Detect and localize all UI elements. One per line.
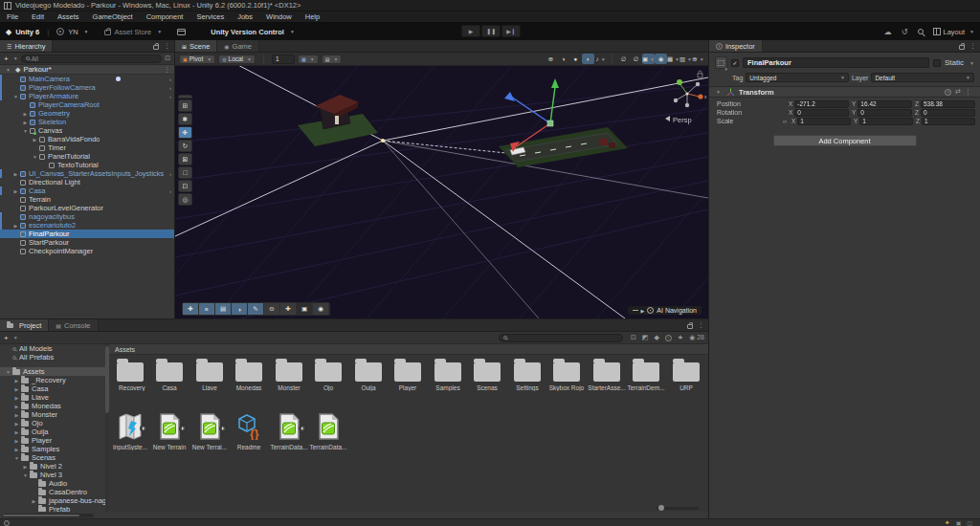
expand-arrow-icon[interactable]: ▶	[641, 308, 645, 314]
tree-item[interactable]: ▶Player	[0, 436, 105, 445]
expand-arrow-icon[interactable]: ▶	[31, 137, 39, 142]
scene-camera-icon[interactable]: ▣▼	[642, 54, 655, 64]
activity-indicator-icon[interactable]: ✦	[945, 519, 950, 526]
rotation-y-field[interactable]: 0	[858, 109, 912, 117]
archive-icon[interactable]	[177, 29, 186, 35]
menu-component[interactable]: Component	[140, 12, 190, 21]
hierarchy-item[interactable]: ▼Canvas	[0, 126, 174, 135]
hierarchy-item-selected[interactable]: FinalParkour	[0, 230, 174, 238]
search-filter-icon[interactable]: ⊡	[165, 55, 170, 62]
collab-status-icon[interactable]: ◫	[967, 519, 972, 526]
scene-visibility-icon[interactable]: ◉	[655, 54, 667, 64]
hierarchy-item[interactable]: Terrain	[0, 195, 174, 204]
handle-rotation-dropdown[interactable]: ◍Local▼	[218, 55, 256, 64]
prefab-chevron-icon[interactable]: ›	[169, 188, 171, 194]
expand-arrow-icon[interactable]: ▼	[12, 455, 21, 461]
hierarchy-item[interactable]: ParkourLevelGenerator	[0, 204, 174, 212]
expand-arrow-icon[interactable]: ▶	[21, 111, 30, 117]
grid-snap-dropdown[interactable]: ▦▼	[298, 55, 319, 64]
collapse-handle[interactable]	[633, 310, 638, 311]
move-tool-icon[interactable]: ✚	[178, 126, 192, 139]
tree-item[interactable]: ▶Ojo	[0, 419, 105, 427]
hierarchy-search-input[interactable]: All	[21, 55, 163, 63]
console-message-icon[interactable]: !	[4, 520, 10, 526]
icon-size-slider[interactable]	[657, 507, 699, 510]
tree-horizontal-scrollbar[interactable]	[2, 514, 94, 517]
create-caret-icon[interactable]: ▼	[13, 335, 18, 340]
2d-mode-icon[interactable]: ◑	[557, 54, 569, 64]
prefab-chevron-icon[interactable]: ›	[169, 85, 171, 91]
account-label[interactable]: YN	[68, 28, 78, 36]
search-by-label-icon[interactable]: ◩	[642, 334, 649, 341]
tree-item-assets[interactable]: ▼Assets	[0, 367, 105, 376]
tag-dropdown[interactable]: Untagged▼	[746, 73, 849, 82]
brush-icon[interactable]: ✎	[248, 303, 264, 315]
camera-icon[interactable]: ▤	[215, 303, 232, 315]
expand-arrow-icon[interactable]: ▶	[12, 429, 21, 435]
kebab-menu-icon[interactable]: ⋮	[698, 321, 704, 329]
expand-arrow-icon[interactable]: ▶	[11, 171, 20, 177]
account-icon[interactable]	[56, 28, 64, 35]
hierarchy-item[interactable]: ▶escenariotuto2	[0, 221, 174, 230]
globe-icon[interactable]: ◉	[313, 303, 329, 315]
tree-item[interactable]: ▶_Recovery	[0, 376, 105, 384]
hierarchy-item[interactable]: StartParkour	[0, 238, 174, 247]
menu-assets[interactable]: Assets	[51, 12, 86, 21]
hierarchy-item[interactable]: PlayerCameraRoot	[0, 100, 174, 109]
lighting-off-icon[interactable]: ●	[569, 54, 582, 64]
scale-tool-icon[interactable]: ⊠	[178, 153, 192, 165]
transform-component-header[interactable]: ▼ Transform ? ⇄ ⋮	[709, 86, 980, 98]
version-control-caret-icon[interactable]: ▼	[290, 29, 295, 34]
expand-arrow-icon[interactable]: ▶	[11, 188, 20, 194]
tab-game[interactable]: ◉Game	[217, 40, 259, 52]
cloud-icon[interactable]: ▣	[297, 303, 313, 315]
rect-tool-icon[interactable]: □	[178, 166, 192, 179]
shaded-icon[interactable]: ◑	[232, 303, 248, 315]
layer-dropdown[interactable]: Default▼	[871, 73, 974, 82]
play-button[interactable]: ▶	[461, 25, 480, 37]
grid-visibility-icon[interactable]: ▦▼	[667, 54, 679, 64]
kebab-menu-icon[interactable]: ⋮	[969, 42, 976, 50]
menu-services[interactable]: Services	[189, 12, 231, 21]
expand-arrow-icon[interactable]: ▼	[714, 89, 723, 95]
asset-folder[interactable]: Skybox Rojo	[547, 359, 586, 391]
rotation-x-field[interactable]: 0	[794, 109, 849, 117]
asset-store-icon[interactable]	[104, 30, 111, 35]
hierarchy-item[interactable]: CheckpointManager	[0, 247, 174, 255]
scale-z-field[interactable]: 1	[922, 118, 975, 125]
asset-folder[interactable]: StarterAsse...	[588, 359, 626, 391]
asset-store-caret-icon[interactable]: ▼	[157, 29, 162, 34]
search-icon[interactable]	[918, 29, 924, 34]
expand-arrow-icon[interactable]: ▼	[4, 369, 12, 375]
grid-snap-field[interactable]: 1	[272, 55, 295, 64]
menu-window[interactable]: Window	[259, 12, 299, 21]
expand-arrow-icon[interactable]: ▼	[31, 154, 39, 160]
scale-x-field[interactable]: 1	[797, 118, 851, 125]
scene-viewport[interactable]: x Persp ⊞ ✱ ✚ ↻ ⊠ □ ⊡ ◎ ✚ ≡ ▤ ◑	[175, 66, 708, 318]
rotation-z-field[interactable]: 0	[921, 109, 975, 117]
position-x-field[interactable]: -271.2	[794, 100, 849, 108]
layout-label[interactable]: Layout	[944, 28, 966, 36]
search-by-type-icon[interactable]: ⊡	[631, 334, 636, 341]
scale-link-icon[interactable]: ∞	[781, 119, 789, 124]
camera-visibility-icon[interactable]	[116, 77, 121, 81]
prefab-chevron-icon[interactable]: ›	[169, 77, 171, 82]
asset-file[interactable]: TerrainData...	[270, 413, 308, 450]
tree-item[interactable]: ▶Casa	[0, 384, 105, 393]
expand-arrow-icon[interactable]: ▶	[30, 498, 38, 504]
expand-arrow-icon[interactable]: ▶	[12, 438, 21, 444]
custom-tool-icon[interactable]: ◎	[178, 193, 192, 206]
label-icon[interactable]: ◆	[654, 334, 658, 341]
gameobject-cube-icon[interactable]: ⬚	[715, 56, 727, 69]
hierarchy-item[interactable]: ▶Geometry	[0, 109, 174, 118]
tree-item[interactable]: ▶Llave	[0, 393, 105, 402]
static-checkbox[interactable]	[933, 59, 941, 67]
asset-file[interactable]: Readme	[230, 413, 268, 450]
menu-gameobject[interactable]: GameObject	[86, 12, 140, 21]
tree-item[interactable]: ▶Monedas	[0, 402, 105, 410]
hierarchy-item[interactable]: ▼PanelTutorial	[0, 152, 174, 161]
ai-navigation-overlay[interactable]: ▶ AI Navigation	[628, 306, 702, 315]
asset-folder[interactable]: Monedas	[230, 359, 268, 391]
asset-folder[interactable]: URP	[667, 359, 705, 391]
expand-arrow-icon[interactable]: ▶	[12, 404, 21, 409]
